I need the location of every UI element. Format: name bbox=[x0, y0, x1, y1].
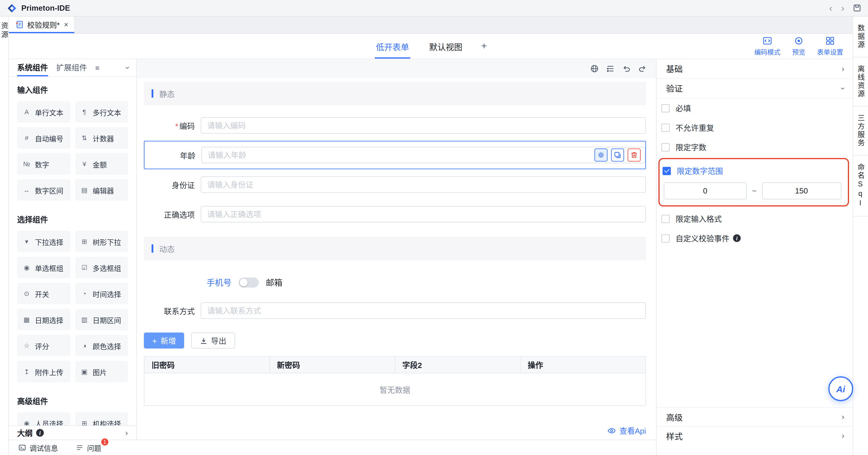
add-view-button[interactable]: + bbox=[482, 41, 487, 52]
section-static: 静态 bbox=[144, 82, 646, 105]
correct-option-input[interactable] bbox=[201, 206, 646, 223]
email-option-label[interactable]: 邮箱 bbox=[266, 276, 282, 288]
option-required[interactable]: 必填 bbox=[657, 98, 852, 118]
no-duplicates-checkbox[interactable] bbox=[661, 123, 670, 132]
option-number-range[interactable]: 限定数字范围 bbox=[659, 161, 848, 181]
tab-system-components[interactable]: 系统组件 bbox=[17, 59, 48, 76]
mobile-option-label[interactable]: 手机号 bbox=[207, 276, 231, 288]
range-min-input[interactable] bbox=[664, 182, 747, 199]
palette-item-dropdown[interactable]: ▾下拉选择 bbox=[17, 231, 70, 252]
save-icon[interactable] bbox=[853, 4, 861, 12]
palette-item-rating[interactable]: ☆评分 bbox=[17, 335, 70, 356]
panel-offline-resources[interactable]: 离线资源 bbox=[853, 57, 868, 106]
outline-bar[interactable]: 大纲 › bbox=[9, 425, 136, 440]
redo-icon[interactable] bbox=[638, 64, 647, 73]
palette-item-person-picker[interactable]: ◉人员选择 bbox=[17, 413, 70, 425]
field-settings-button[interactable] bbox=[594, 149, 608, 162]
multi-line-text-icon: ¶ bbox=[80, 108, 89, 116]
outline-tree-icon[interactable] bbox=[606, 64, 615, 73]
group-basic[interactable]: 基础 › bbox=[657, 59, 852, 79]
view-api-link[interactable]: 查看Api bbox=[619, 425, 646, 436]
group-style[interactable]: 样式 › bbox=[657, 426, 852, 445]
org-picker-icon: ⊞ bbox=[80, 419, 89, 425]
item-label: 单行文本 bbox=[35, 107, 63, 117]
input-format-checkbox[interactable] bbox=[661, 215, 670, 223]
preview-button[interactable]: 预览 bbox=[792, 36, 805, 56]
group-advanced[interactable]: 高级 › bbox=[657, 407, 852, 426]
palette-item-rich-editor[interactable]: ▤编辑器 bbox=[75, 179, 128, 201]
palette-item-time-picker[interactable]: ◔时间选择 bbox=[75, 283, 128, 304]
group-validation[interactable]: 验证 › bbox=[657, 79, 852, 98]
chevron-down-icon: › bbox=[839, 87, 847, 90]
code-mode-button[interactable]: 编码模式 bbox=[754, 36, 780, 56]
number-range-checkbox[interactable] bbox=[662, 167, 671, 175]
palette-item-org-picker[interactable]: ⊞机构选择 bbox=[75, 413, 128, 425]
palette-item-date-range[interactable]: ▥日期区间 bbox=[75, 309, 128, 330]
nav-forward-icon[interactable]: › bbox=[841, 3, 844, 13]
field-row-code[interactable]: *编码 bbox=[144, 111, 646, 140]
char-limit-checkbox[interactable] bbox=[661, 143, 670, 151]
section-title-advanced: 高级组件 bbox=[17, 395, 128, 407]
debug-info-button[interactable]: 调试信息 bbox=[18, 443, 58, 453]
palette-item-single-line-text[interactable]: A单行文本 bbox=[17, 101, 70, 123]
palette-item-radio-group[interactable]: ◉单选框组 bbox=[17, 257, 70, 278]
ai-assistant-button[interactable]: Ai bbox=[828, 376, 853, 401]
required-checkbox[interactable] bbox=[661, 104, 670, 112]
nav-back-icon[interactable]: ‹ bbox=[829, 3, 833, 13]
download-icon bbox=[200, 337, 207, 344]
range-max-input[interactable] bbox=[762, 182, 841, 199]
form-settings-button[interactable]: 表单设置 bbox=[817, 36, 843, 56]
preview-label: 预览 bbox=[792, 47, 805, 56]
option-input-format[interactable]: 限定输入格式 bbox=[657, 209, 852, 228]
field-row-id-card[interactable]: 身份证 bbox=[144, 170, 646, 199]
palette-item-attachment-upload[interactable]: ↥附件上传 bbox=[17, 361, 70, 382]
palette-item-date-picker[interactable]: ▦日期选择 bbox=[17, 309, 70, 330]
palette-item-switch[interactable]: ⊙开关 bbox=[17, 283, 70, 304]
palette-item-multi-line-text[interactable]: ¶多行文本 bbox=[75, 101, 128, 123]
field-row-contact[interactable]: 联系方式 bbox=[144, 296, 646, 325]
age-input[interactable] bbox=[201, 147, 645, 163]
panel-named-sql[interactable]: 命名Sql bbox=[853, 156, 868, 217]
panel-datasource[interactable]: 数据源 bbox=[853, 17, 868, 57]
resources-collapsed-panel[interactable]: 资源 bbox=[0, 17, 9, 455]
contact-input[interactable] bbox=[201, 302, 646, 319]
palette-item-tree-dropdown[interactable]: ⊞树形下拉 bbox=[75, 231, 128, 252]
field-delete-button[interactable] bbox=[628, 149, 641, 162]
close-icon[interactable]: × bbox=[64, 21, 68, 28]
palette-item-image[interactable]: ▣图片 bbox=[75, 361, 128, 382]
field-row-correct-option[interactable]: 正确选项 bbox=[144, 199, 646, 229]
export-button[interactable]: 导出 bbox=[191, 332, 235, 349]
field-row-age-selected[interactable]: 年龄 bbox=[144, 141, 646, 169]
code-input[interactable] bbox=[201, 117, 646, 134]
contact-type-toggle[interactable] bbox=[239, 277, 259, 287]
option-char-limit[interactable]: 限定字数 bbox=[657, 137, 852, 157]
id-card-input[interactable] bbox=[201, 176, 646, 193]
palette-item-counter[interactable]: ⇅计数器 bbox=[75, 127, 128, 149]
option-custom-validation[interactable]: 自定义校验事件 bbox=[657, 228, 852, 248]
palette-item-color-picker[interactable]: ◑颜色选择 bbox=[75, 335, 128, 356]
palette-item-checkbox-group[interactable]: ☑多选框组 bbox=[75, 257, 128, 278]
field-copy-button[interactable] bbox=[611, 149, 624, 162]
tab-validation-rules[interactable]: 校验规则* × bbox=[9, 17, 75, 33]
collapse-palette-icon[interactable]: › bbox=[124, 67, 132, 69]
option-no-duplicates[interactable]: 不允许重复 bbox=[657, 118, 852, 137]
item-label: 时间选择 bbox=[93, 288, 121, 298]
palette-item-number-range[interactable]: ↔数字区间 bbox=[17, 179, 70, 201]
info-icon[interactable] bbox=[733, 234, 741, 242]
tab-lowcode-form[interactable]: 低开表单 bbox=[375, 34, 410, 59]
undo-icon[interactable] bbox=[622, 64, 630, 73]
palette-item-number[interactable]: №数字 bbox=[17, 153, 70, 174]
tab-default-view[interactable]: 默认视图 bbox=[428, 34, 464, 59]
i18n-globe-icon[interactable] bbox=[590, 64, 598, 73]
add-label: 新增 bbox=[160, 335, 176, 346]
custom-validation-checkbox[interactable] bbox=[661, 234, 670, 242]
chevron-right-icon[interactable]: › bbox=[125, 429, 128, 437]
item-label: 单选框组 bbox=[35, 262, 63, 272]
add-row-button[interactable]: +新增 bbox=[144, 332, 184, 349]
palette-item-auto-number[interactable]: #自动编号 bbox=[17, 127, 70, 149]
panel-third-party-services[interactable]: 三方服务 bbox=[853, 106, 868, 156]
menu-icon[interactable]: ≡ bbox=[95, 64, 99, 72]
tab-extension-components[interactable]: 扩展组件 bbox=[56, 59, 87, 76]
palette-item-currency[interactable]: ¥金额 bbox=[75, 153, 128, 174]
problems-button[interactable]: 问题 1 bbox=[76, 443, 101, 453]
